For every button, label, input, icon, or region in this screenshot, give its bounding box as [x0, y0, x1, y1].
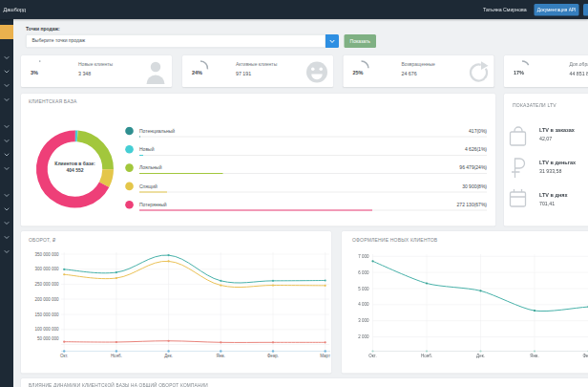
svg-text:Дек.: Дек. — [476, 354, 485, 358]
svg-text:200 000 000: 200 000 000 — [34, 297, 59, 302]
svg-text:300 000 000: 300 000 000 — [34, 267, 59, 271]
svg-text:100 000 000: 100 000 000 — [34, 327, 59, 332]
svg-text:50 000 000: 50 000 000 — [37, 336, 59, 341]
svg-text:250 000 000: 250 000 000 — [34, 282, 59, 287]
svg-text:Дек.: Дек. — [164, 354, 173, 358]
svg-text:Февр.: Февр. — [267, 354, 279, 358]
svg-text:150 000 000: 150 000 000 — [34, 312, 59, 317]
svg-text:4 000: 4 000 — [358, 302, 369, 307]
svg-text:7 000: 7 000 — [358, 254, 369, 259]
svg-text:Окт.: Окт. — [368, 354, 376, 358]
svg-text:Март: Март — [320, 354, 330, 358]
svg-text:3 000: 3 000 — [358, 318, 369, 323]
svg-text:Янв.: Янв. — [530, 354, 538, 358]
svg-text:Нояб.: Нояб. — [111, 354, 122, 358]
svg-text:Февр.: Февр. — [582, 354, 588, 358]
svg-text:350 000 000: 350 000 000 — [34, 252, 59, 257]
svg-text:5 000: 5 000 — [358, 287, 369, 291]
svg-text:Окт.: Окт. — [60, 354, 68, 358]
svg-text:Янв.: Янв. — [217, 354, 225, 358]
svg-text:2 000: 2 000 — [358, 334, 369, 339]
svg-text:6 000: 6 000 — [358, 270, 369, 275]
svg-text:Нояб.: Нояб. — [421, 354, 432, 358]
